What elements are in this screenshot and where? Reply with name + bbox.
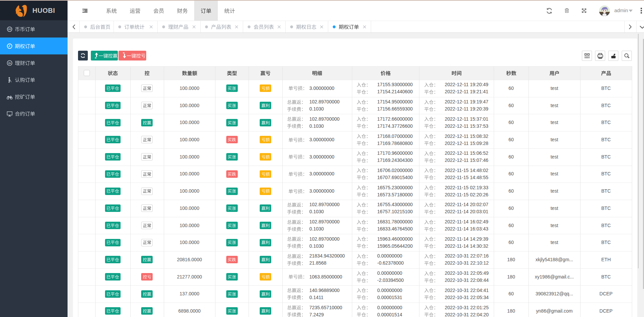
svg-text:cc: cc bbox=[8, 27, 11, 31]
svg-text:G: G bbox=[8, 62, 10, 65]
